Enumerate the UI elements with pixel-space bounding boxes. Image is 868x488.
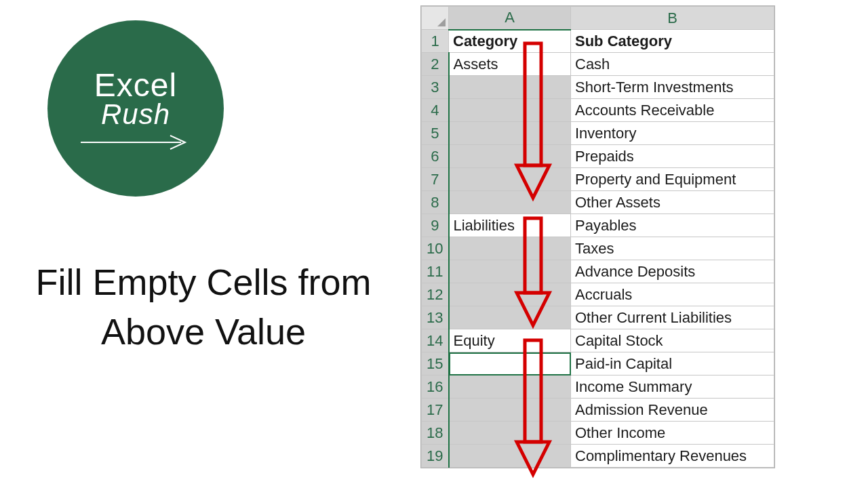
select-all-corner[interactable] xyxy=(422,7,449,30)
table-row: 19Complimentary Revenues xyxy=(422,445,774,468)
header-cell-subcategory[interactable]: Sub Category xyxy=(571,30,774,53)
column-header-row: A B xyxy=(422,7,774,30)
cell-category[interactable] xyxy=(449,445,571,468)
cell-category[interactable] xyxy=(449,168,571,191)
cell-subcategory[interactable]: Complimentary Revenues xyxy=(571,445,774,468)
table-row: 3Short-Term Investments xyxy=(422,76,774,99)
row-header[interactable]: 9 xyxy=(422,214,449,237)
cell-subcategory[interactable]: Other Assets xyxy=(571,191,774,214)
table-row: 9LiabilitiesPayables xyxy=(422,214,774,237)
table-row: 16Income Summary xyxy=(422,375,774,399)
row-header[interactable]: 12 xyxy=(422,283,449,306)
cell-subcategory[interactable]: Accruals xyxy=(571,283,774,306)
table-row: 14EquityCapital Stock xyxy=(422,329,774,352)
cell-subcategory[interactable]: Other Income xyxy=(571,422,774,445)
table-row: 7Property and Equipment xyxy=(422,168,774,191)
cell-subcategory[interactable]: Prepaids xyxy=(571,145,774,168)
row-header[interactable]: 10 xyxy=(422,237,449,260)
cell-subcategory[interactable]: Property and Equipment xyxy=(571,168,774,191)
cell-category[interactable] xyxy=(449,399,571,422)
cell-category[interactable] xyxy=(449,145,571,168)
spreadsheet: A B 1CategorySub Category2AssetsCash3Sho… xyxy=(420,5,775,468)
cell-category[interactable] xyxy=(449,375,571,399)
row-header[interactable]: 16 xyxy=(422,375,449,399)
table-row: 10Taxes xyxy=(422,237,774,260)
logo-line2: Rush xyxy=(101,100,170,129)
row-header[interactable]: 13 xyxy=(422,306,449,329)
cell-subcategory[interactable]: Taxes xyxy=(571,237,774,260)
row-header[interactable]: 19 xyxy=(422,445,449,468)
table-row: 2AssetsCash xyxy=(422,53,774,76)
table-row: 8Other Assets xyxy=(422,191,774,214)
cell-category[interactable]: Equity xyxy=(449,329,571,352)
row-header[interactable]: 8 xyxy=(422,191,449,214)
row-header[interactable]: 3 xyxy=(422,76,449,99)
cell-subcategory[interactable]: Other Current Liabilities xyxy=(571,306,774,329)
row-header[interactable]: 11 xyxy=(422,260,449,283)
cell-subcategory[interactable]: Paid-in Capital xyxy=(571,352,774,375)
row-header[interactable]: 1 xyxy=(422,30,449,53)
row-header[interactable]: 2 xyxy=(422,53,449,76)
cell-subcategory[interactable]: Payables xyxy=(571,214,774,237)
cell-subcategory[interactable]: Capital Stock xyxy=(571,329,774,352)
column-header-a[interactable]: A xyxy=(449,7,571,30)
row-header[interactable]: 14 xyxy=(422,329,449,352)
logo-arrow-icon xyxy=(79,134,192,148)
table-row: 15Paid-in Capital xyxy=(422,352,774,375)
table-row: 13Other Current Liabilities xyxy=(422,306,774,329)
row-header[interactable]: 18 xyxy=(422,422,449,445)
table-row: 5Inventory xyxy=(422,122,774,145)
cell-subcategory[interactable]: Short-Term Investments xyxy=(571,76,774,99)
cell-category[interactable] xyxy=(449,122,571,145)
table-row: 18Other Income xyxy=(422,422,774,445)
cell-category[interactable]: Liabilities xyxy=(449,214,571,237)
row-header[interactable]: 15 xyxy=(422,352,449,375)
table-row: 12Accruals xyxy=(422,283,774,306)
cell-subcategory[interactable]: Cash xyxy=(571,53,774,76)
table-row: 4Accounts Receivable xyxy=(422,99,774,122)
table-row: 1CategorySub Category xyxy=(422,30,774,53)
table-row: 11Advance Deposits xyxy=(422,260,774,283)
cell-subcategory[interactable]: Inventory xyxy=(571,122,774,145)
table-row: 17Admission Revenue xyxy=(422,399,774,422)
cell-subcategory[interactable]: Admission Revenue xyxy=(571,399,774,422)
cell-subcategory[interactable]: Advance Deposits xyxy=(571,260,774,283)
row-header[interactable]: 4 xyxy=(422,99,449,122)
cell-category[interactable] xyxy=(449,237,571,260)
excel-rush-logo: Excel Rush xyxy=(47,20,224,197)
spreadsheet-table: A B 1CategorySub Category2AssetsCash3Sho… xyxy=(421,6,774,468)
cell-category[interactable] xyxy=(449,422,571,445)
cell-category[interactable] xyxy=(449,352,571,375)
cell-subcategory[interactable]: Income Summary xyxy=(571,375,774,399)
cell-category[interactable] xyxy=(449,99,571,122)
row-header[interactable]: 7 xyxy=(422,168,449,191)
cell-subcategory[interactable]: Accounts Receivable xyxy=(571,99,774,122)
cell-category[interactable]: Assets xyxy=(449,53,571,76)
header-cell-category[interactable]: Category xyxy=(449,30,571,53)
cell-category[interactable] xyxy=(449,283,571,306)
row-header[interactable]: 6 xyxy=(422,145,449,168)
cell-category[interactable] xyxy=(449,76,571,99)
row-header[interactable]: 17 xyxy=(422,399,449,422)
column-header-b[interactable]: B xyxy=(571,7,774,30)
slide-title: Fill Empty Cells from Above Value xyxy=(27,258,380,357)
logo-line1: Excel xyxy=(94,69,177,102)
cell-category[interactable] xyxy=(449,260,571,283)
cell-category[interactable] xyxy=(449,191,571,214)
cell-category[interactable] xyxy=(449,306,571,329)
row-header[interactable]: 5 xyxy=(422,122,449,145)
table-row: 6Prepaids xyxy=(422,145,774,168)
